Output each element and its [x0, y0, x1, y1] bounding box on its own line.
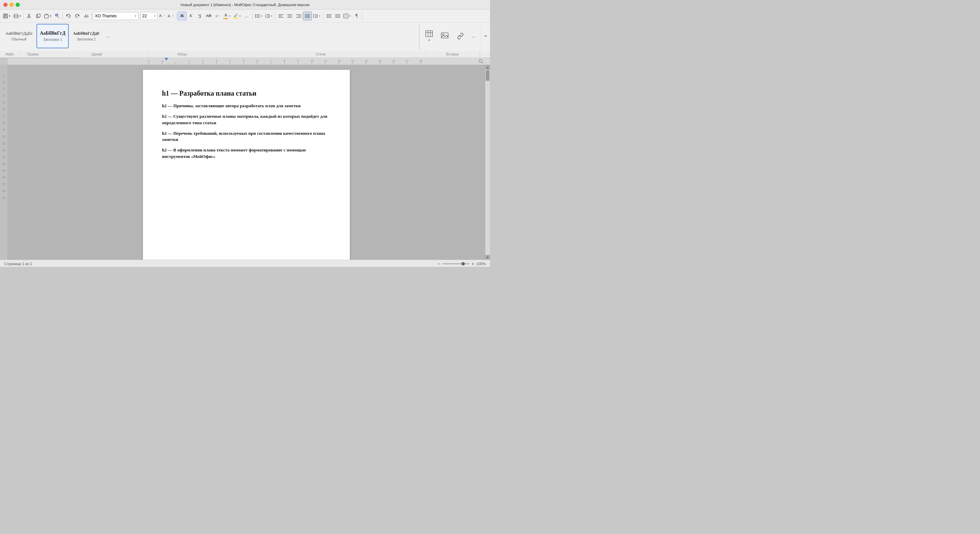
traffic-lights[interactable]	[3, 3, 20, 7]
document-canvas[interactable]: h1 — Разработка плана статьи h2 — Причин…	[8, 65, 485, 260]
increase-indent-button[interactable]	[333, 11, 342, 21]
paste-button[interactable]: ▾	[43, 11, 53, 21]
undo-button[interactable]	[64, 11, 73, 21]
svg-text:17: 17	[406, 59, 409, 62]
svg-point-20	[255, 14, 256, 15]
font-size-selector[interactable]: 22 ▾	[140, 12, 158, 20]
svg-point-9	[29, 17, 30, 18]
redo-button[interactable]	[73, 11, 82, 21]
document-heading2-0[interactable]: h2 — Причины, заставляющие автора разраб…	[162, 103, 331, 109]
search-icon[interactable]	[479, 59, 483, 65]
borders-button[interactable]: ▾	[342, 11, 352, 21]
line-num-1: 1	[0, 72, 8, 79]
collapse-toolbar-button[interactable]	[481, 22, 490, 50]
bold-button[interactable]: Ж	[178, 11, 186, 21]
maximize-button[interactable]	[16, 3, 20, 7]
main-body: 1 2 3 4 5 6 7 8 9 10 11 12 13 14 15 16 1…	[0, 65, 490, 260]
decrease-indent-button[interactable]	[324, 11, 333, 21]
svg-text:15: 15	[379, 59, 382, 62]
ruler-svg: -2 -1 1 2 3 4 5	[80, 58, 488, 65]
text-color-button[interactable]: A ▾	[222, 11, 232, 21]
svg-line-17	[88, 14, 88, 18]
italic-button[interactable]: К	[186, 11, 195, 21]
font-family-selector[interactable]: XO Thames ▾	[93, 12, 138, 20]
section-edit-label: Правка	[20, 51, 46, 57]
insert-image-button[interactable]	[438, 27, 452, 46]
scroll-down-button[interactable]: ▼	[485, 255, 490, 260]
superscript-button[interactable]: x+	[213, 11, 222, 21]
sep-before-styles	[362, 12, 363, 20]
zoom-plus-button[interactable]: +	[472, 261, 474, 266]
align-left-button[interactable]	[276, 11, 285, 21]
svg-text:8: 8	[284, 59, 285, 62]
line-num-13: 13	[0, 153, 8, 160]
document-heading1[interactable]: h1 — Разработка плана статьи	[162, 89, 331, 97]
svg-line-126	[482, 62, 483, 64]
cut-button[interactable]	[25, 11, 34, 21]
svg-rect-11	[37, 14, 40, 17]
number-list-button[interactable]: 1.2.3. ▾	[264, 11, 274, 21]
section-paragraph-label: Абзац	[148, 51, 216, 57]
minimize-button[interactable]	[10, 3, 14, 7]
line-spacing-button[interactable]: ▾	[312, 11, 322, 21]
document-page[interactable]: h1 — Разработка плана статьи h2 — Причин…	[143, 70, 350, 260]
clear-format-button[interactable]	[82, 11, 91, 21]
bullet-list-button[interactable]: ▾	[253, 11, 264, 21]
font-size-value: 22	[142, 14, 147, 18]
line-num-14: 14	[0, 160, 8, 167]
close-button[interactable]	[3, 3, 8, 7]
toolbar-bottom-row: АаБбВвГгДдЕе Обычный АаБбВвГгД Заголовок…	[0, 22, 490, 51]
strikethrough-button[interactable]: АВ	[204, 11, 213, 21]
line-num-5: 5	[0, 99, 8, 106]
insert-table-button[interactable]: ▾	[422, 27, 436, 46]
svg-line-15	[57, 16, 59, 18]
scroll-track	[485, 81, 490, 255]
svg-rect-12	[45, 14, 48, 18]
sep4	[176, 12, 177, 20]
insert-link-button[interactable]	[453, 27, 467, 46]
print-button[interactable]: ▾	[12, 11, 22, 21]
document-heading2-1[interactable]: h2 — Существуют различные планы материал…	[162, 113, 331, 126]
style-normal[interactable]: АаБбВвГгДдЕе Обычный	[2, 24, 36, 48]
align-right-button[interactable]	[294, 11, 303, 21]
style-heading2-label: Заголовок 2	[77, 37, 95, 41]
window-title: Новый документ 1 [Изменен] - МойОфис Ста…	[180, 3, 309, 7]
align-center-button[interactable]	[285, 11, 294, 21]
show-formatting-button[interactable]: ¶	[352, 11, 361, 21]
text-color-indicator	[223, 18, 228, 19]
copy-button[interactable]	[34, 11, 43, 21]
line-num-10: 10	[0, 133, 8, 140]
style-heading2[interactable]: АаБбВвГгДдЕ Заголовок 2	[69, 24, 103, 48]
more-styles-button[interactable]: ...	[104, 32, 113, 40]
svg-point-61	[443, 34, 444, 35]
save-button[interactable]: ▾	[2, 11, 12, 21]
document-heading2-3[interactable]: h2 — В оформлении плана текста поможет ф…	[162, 147, 331, 160]
zoom-slider[interactable]	[442, 263, 469, 265]
align-justify-button[interactable]	[303, 11, 312, 21]
svg-text:3: 3	[216, 59, 218, 62]
scrollbar-thumb[interactable]	[486, 70, 489, 81]
font-size-increase-button[interactable]: A +	[166, 11, 175, 21]
svg-point-125	[479, 59, 482, 63]
more-insert-button[interactable]: ...	[469, 32, 478, 40]
zoom-slider-thumb[interactable]	[461, 262, 465, 265]
titlebar: Новый документ 1 [Изменен] - МойОфис Ста…	[0, 0, 490, 10]
more-insert-label: ...	[472, 34, 476, 38]
svg-point-22	[255, 16, 256, 17]
zoom-percent: 100%	[476, 262, 486, 266]
document-heading2-2[interactable]: h2 — Перечень требований, используемых п…	[162, 130, 331, 143]
more-format-button[interactable]: ...	[242, 11, 251, 21]
font-size-decrease-button[interactable]: A −	[158, 11, 166, 21]
sep5	[252, 12, 253, 20]
style-heading1[interactable]: АаБбВвГгД Заголовок 1	[37, 24, 69, 48]
line-num-8: 8	[0, 120, 8, 126]
style-heading1-label: Заголовок 1	[43, 38, 62, 41]
toolbar: ▾ ▾ ▾ XO Th	[0, 10, 490, 58]
scroll-up-button[interactable]: ▲	[485, 65, 490, 70]
highlight-color-button[interactable]: 🖊 ▾	[232, 11, 242, 21]
right-scrollbar[interactable]: ▲ ▼	[485, 65, 490, 260]
zoom-minus-button[interactable]: −	[437, 261, 440, 266]
underline-button[interactable]: Ч	[195, 11, 204, 21]
svg-text:6: 6	[256, 59, 258, 62]
format-painter-button[interactable]	[53, 11, 62, 21]
